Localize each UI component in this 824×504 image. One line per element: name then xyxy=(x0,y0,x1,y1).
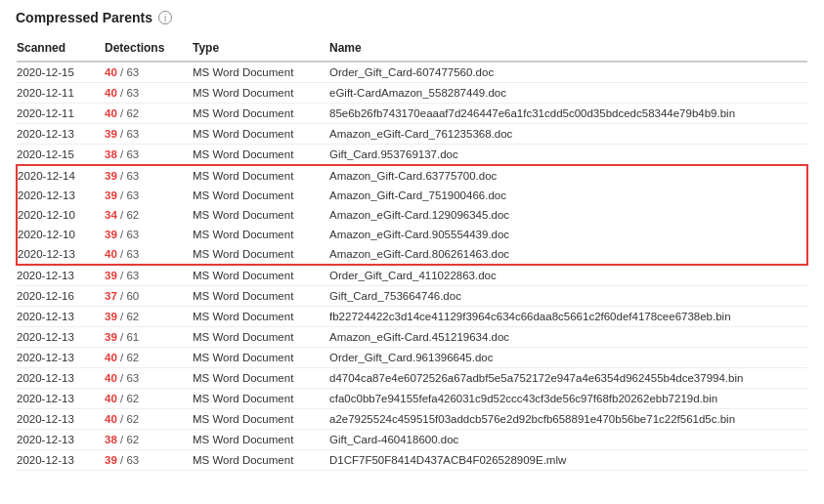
cell-name[interactable]: a2e7925524c459515f03addcb576e2d92bcfb658… xyxy=(329,409,807,430)
cell-name[interactable]: fb22724422c3d14ce41129f3964c634c66daa8c5… xyxy=(329,307,807,327)
detection-score: 37 xyxy=(105,290,117,302)
info-icon[interactable]: i xyxy=(158,11,172,24)
cell-name[interactable]: eGift-CardAmazon_558287449.doc xyxy=(329,83,807,104)
table-row: 2020-12-1339 / 61MS Word DocumentAmazon_… xyxy=(17,327,807,348)
detection-score: 39 xyxy=(105,454,117,466)
cell-name[interactable]: cfa0c0bb7e94155fefa426031c9d52ccc43cf3de… xyxy=(329,389,807,409)
cell-scanned: 2020-12-13 xyxy=(17,409,105,430)
cell-type: MS Word Document xyxy=(193,430,329,450)
cell-scanned: 2020-12-13 xyxy=(17,368,105,389)
cell-type: MS Word Document xyxy=(193,368,329,389)
cell-name[interactable]: d4704ca87e4e6072526a67adbf5e5a752172e947… xyxy=(329,368,807,389)
cell-detections: 40 / 62 xyxy=(105,348,193,368)
detection-score: 40 xyxy=(105,372,117,384)
compressed-parents-table: Scanned Detections Type Name 2020-12-154… xyxy=(16,35,808,471)
cell-scanned: 2020-12-13 xyxy=(17,450,105,471)
cell-name[interactable]: Order_Gift_Card.961396645.doc xyxy=(329,348,807,368)
cell-detections: 40 / 63 xyxy=(105,83,193,104)
cell-name[interactable]: Amazon_eGift-Card_761235368.doc xyxy=(329,124,807,145)
cell-scanned: 2020-12-13 xyxy=(17,327,105,348)
cell-type: MS Word Document xyxy=(193,327,329,348)
cell-detections: 34 / 62 xyxy=(105,205,193,225)
cell-name[interactable]: Amazon_eGift-Card.451219634.doc xyxy=(329,327,807,348)
detection-score: 38 xyxy=(105,434,117,445)
cell-scanned: 2020-12-13 xyxy=(17,389,105,409)
cell-scanned: 2020-12-13 xyxy=(17,265,105,286)
cell-scanned: 2020-12-13 xyxy=(17,186,105,205)
cell-name[interactable]: Amazon_Gift-Card_751900466.doc xyxy=(329,186,807,205)
cell-name[interactable]: Amazon_Gift-Card.63775700.doc xyxy=(329,165,807,186)
cell-type: MS Word Document xyxy=(193,409,329,430)
cell-detections: 40 / 62 xyxy=(105,409,193,430)
cell-type: MS Word Document xyxy=(193,450,329,471)
cell-detections: 38 / 63 xyxy=(105,145,193,166)
cell-scanned: 2020-12-14 xyxy=(17,165,105,186)
detection-score: 38 xyxy=(105,148,117,160)
cell-detections: 40 / 62 xyxy=(105,104,193,124)
table-row: 2020-12-1340 / 62MS Word DocumentOrder_G… xyxy=(17,348,807,368)
cell-type: MS Word Document xyxy=(193,265,329,286)
cell-name[interactable]: Order_Gift_Card-607477560.doc xyxy=(329,62,807,83)
col-scanned: Scanned xyxy=(17,35,105,62)
table-row: 2020-12-1540 / 63MS Word DocumentOrder_G… xyxy=(17,62,807,83)
cell-type: MS Word Document xyxy=(193,165,329,186)
cell-type: MS Word Document xyxy=(193,104,329,124)
cell-scanned: 2020-12-13 xyxy=(17,244,105,265)
cell-name[interactable]: Order_Gift_Card_411022863.doc xyxy=(329,265,807,286)
detection-score: 40 xyxy=(105,352,117,363)
cell-name[interactable]: Gift_Card-460418600.doc xyxy=(329,430,807,450)
table-row: 2020-12-1140 / 62MS Word Document85e6b26… xyxy=(17,104,807,124)
cell-scanned: 2020-12-11 xyxy=(17,104,105,124)
cell-name[interactable]: Gift_Card_753664746.doc xyxy=(329,286,807,307)
cell-type: MS Word Document xyxy=(193,83,329,104)
cell-type: MS Word Document xyxy=(193,205,329,225)
cell-detections: 39 / 63 xyxy=(105,124,193,145)
cell-name[interactable]: Gift_Card.953769137.doc xyxy=(329,145,807,166)
cell-detections: 40 / 63 xyxy=(105,244,193,265)
cell-name[interactable]: D1CF7F50F8414D437ACB4F026528909E.mlw xyxy=(329,450,807,471)
table-row: 2020-12-1338 / 62MS Word DocumentGift_Ca… xyxy=(17,430,807,450)
detection-score: 40 xyxy=(105,66,117,78)
cell-scanned: 2020-12-10 xyxy=(17,225,105,244)
cell-type: MS Word Document xyxy=(193,348,329,368)
detection-score: 39 xyxy=(105,229,117,240)
cell-scanned: 2020-12-13 xyxy=(17,307,105,327)
cell-scanned: 2020-12-13 xyxy=(17,124,105,145)
cell-detections: 39 / 63 xyxy=(105,225,193,244)
table-row: 2020-12-1538 / 63MS Word DocumentGift_Ca… xyxy=(17,145,807,166)
cell-name[interactable]: 85e6b26fb743170eaaaf7d246447e6a1fc31cdd5… xyxy=(329,104,807,124)
cell-detections: 39 / 63 xyxy=(105,165,193,186)
col-detections: Detections xyxy=(105,35,193,62)
cell-detections: 39 / 63 xyxy=(105,186,193,205)
cell-type: MS Word Document xyxy=(193,62,329,83)
table-row: 2020-12-1034 / 62MS Word DocumentAmazon_… xyxy=(17,205,807,225)
page-header: Compressed Parents i xyxy=(16,10,808,25)
table-row: 2020-12-1140 / 63MS Word DocumenteGift-C… xyxy=(17,83,807,104)
table-row: 2020-12-1339 / 63MS Word DocumentD1CF7F5… xyxy=(17,450,807,471)
table-row: 2020-12-1339 / 63MS Word DocumentAmazon_… xyxy=(17,124,807,145)
cell-name[interactable]: Amazon_eGift-Card.129096345.doc xyxy=(329,205,807,225)
cell-scanned: 2020-12-15 xyxy=(17,62,105,83)
table-row: 2020-12-1439 / 63MS Word DocumentAmazon_… xyxy=(17,165,807,186)
col-name: Name xyxy=(329,35,807,62)
table-header-row: Scanned Detections Type Name xyxy=(17,35,807,62)
cell-detections: 39 / 62 xyxy=(105,307,193,327)
cell-detections: 38 / 62 xyxy=(105,430,193,450)
cell-type: MS Word Document xyxy=(193,389,329,409)
table-row: 2020-12-1339 / 62MS Word Documentfb22724… xyxy=(17,307,807,327)
detection-score: 39 xyxy=(105,128,117,140)
detection-score: 39 xyxy=(105,170,117,182)
cell-scanned: 2020-12-13 xyxy=(17,348,105,368)
detection-score: 40 xyxy=(105,393,117,404)
cell-name[interactable]: Amazon_eGift-Card.905554439.doc xyxy=(329,225,807,244)
detection-score: 40 xyxy=(105,107,117,119)
table-row: 2020-12-1340 / 63MS Word DocumentAmazon_… xyxy=(17,244,807,265)
cell-name[interactable]: Amazon_eGift-Card.806261463.doc xyxy=(329,244,807,265)
cell-type: MS Word Document xyxy=(193,307,329,327)
cell-scanned: 2020-12-13 xyxy=(17,430,105,450)
cell-scanned: 2020-12-15 xyxy=(17,145,105,166)
detection-score: 39 xyxy=(105,331,117,343)
cell-type: MS Word Document xyxy=(193,124,329,145)
detection-score: 40 xyxy=(105,87,117,99)
table-row: 2020-12-1339 / 63MS Word DocumentOrder_G… xyxy=(17,265,807,286)
